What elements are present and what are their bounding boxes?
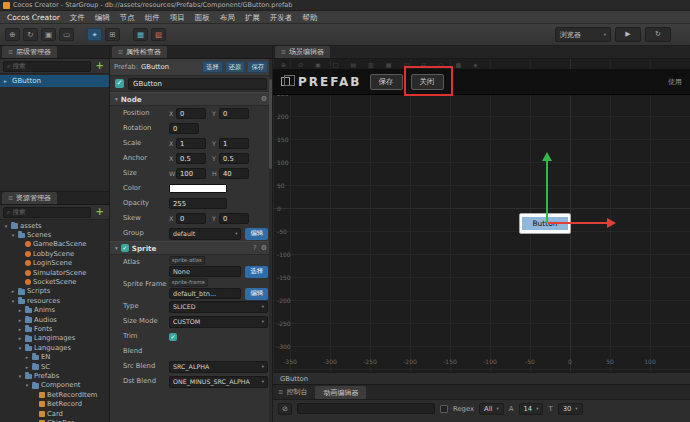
local-global-toggle-icon[interactable]: ⊞ [105,28,120,41]
asset-item[interactable]: ▸Fonts [0,324,109,333]
color-swatch[interactable] [169,184,227,193]
asset-item[interactable]: ▾Languages [0,343,109,352]
hierarchy-searchbox[interactable]: ⌕ [3,61,91,72]
scale-x-input[interactable]: 1 [176,138,206,149]
opacity-input[interactable]: 255 [169,198,227,209]
tab-scene[interactable]: ☰ 场景编辑器 [275,46,330,58]
asset-item[interactable]: SocketScene [0,277,109,286]
skew-y-input[interactable]: 0 [219,213,249,224]
asset-item[interactable]: Card [0,409,109,418]
clear-console-button[interactable]: ⊘ [278,403,292,415]
hierarchy-search-input[interactable] [12,62,86,70]
asset-item[interactable]: ▾Component [0,381,109,390]
asset-item[interactable]: BetRecordItem [0,390,109,399]
asset-item[interactable]: ▾Prefabs [0,371,109,380]
asset-item[interactable]: ▾assets [0,221,109,230]
pivot-toggle-icon[interactable]: ⌖ [87,28,102,41]
asset-item[interactable]: ▸Audios [0,315,109,324]
prefab-close-button[interactable]: 关闭 [411,74,444,90]
asset-item[interactable]: ▸Langimages [0,334,109,343]
help-icon[interactable]: ? [253,244,257,252]
menu-item[interactable]: 文件 [65,11,90,24]
gear-icon[interactable]: ⚙ [261,95,267,103]
edit-group-button[interactable]: 编辑 [245,228,268,240]
tab-console[interactable]: ≡ 控制台 [278,387,307,397]
menu-item[interactable]: 项目 [165,11,190,24]
asset-item[interactable]: SimulatorScene [0,268,109,277]
node-name-input[interactable] [128,78,267,90]
asset-item[interactable]: ChipBar [0,418,109,422]
twisty-icon[interactable]: ▸ [24,354,30,360]
position-x-input[interactable]: 0 [176,108,206,119]
assets-searchbox[interactable]: ⌕ [3,207,91,218]
font-size-select[interactable]: 14 ▾ [519,403,544,415]
preview-target-select[interactable]: 浏览器 ▾ [555,27,611,42]
anchor-x-input[interactable]: 0.5 [176,153,206,164]
hierarchy-node[interactable]: ▸GButton [0,75,109,87]
scene-viewport[interactable]: ⊕⊙▣▢▤▥▦◫⊟○▩◈ 250200150100500-50-100-150-… [273,59,690,372]
tab-inspector[interactable]: ☰ 属性检查器 [112,46,167,58]
select-atlas-button[interactable]: 选择 [245,266,268,278]
apply-prefab-button[interactable]: 保存 [247,61,268,73]
rotation-input[interactable]: 0 [169,123,199,134]
twisty-icon[interactable]: ▸ [10,288,16,294]
assets-search-input[interactable] [12,208,86,216]
rect-tool-icon[interactable]: ▭ [59,28,74,41]
refresh-button[interactable]: ↻ [645,27,671,42]
asset-item[interactable]: ▸Anims [0,306,109,315]
menu-item[interactable]: 编辑 [90,11,115,24]
asset-item[interactable]: GameBacScene [0,240,109,249]
sprite-enabled-checkbox[interactable]: ✓ [121,244,129,252]
dst-blend-select[interactable]: ONE_MINUS_SRC_ALPHA▾ [169,376,268,388]
atlas-field[interactable]: None [169,266,241,277]
size-h-input[interactable]: 40 [219,168,249,179]
play-button[interactable]: ▶ [615,27,641,42]
create-node-button[interactable]: + [94,61,106,71]
rotate-gizmo-icon[interactable]: ⊙ [298,61,303,68]
twisty-icon[interactable]: ▸ [17,335,23,341]
position-y-input[interactable]: 0 [219,108,249,119]
gear-icon[interactable]: ⚙ [261,244,267,252]
edit-sprite-frame-button[interactable]: 编辑 [245,288,268,300]
menu-item[interactable]: 节点 [115,11,140,24]
asset-item[interactable]: ▾resources [0,296,109,305]
menu-item[interactable]: 开发者 [265,11,298,24]
scale-tool-icon[interactable]: ▣ [41,28,56,41]
sprite-frame-field[interactable]: default_btn... [169,288,241,299]
tab-animation-editor[interactable]: 动画编辑器 [315,386,366,399]
menu-item[interactable]: Cocos Creator [2,11,65,24]
tab-assets[interactable]: ☰ 资源管理器 [2,192,57,204]
regex-checkbox[interactable] [440,405,448,413]
console-filter-input[interactable] [297,403,435,414]
src-blend-select[interactable]: SRC_ALPHA▾ [169,361,268,373]
asset-item[interactable]: ▸Scripts [0,287,109,296]
menu-item[interactable]: 帮助 [297,11,322,24]
type-select[interactable]: SLICED▾ [169,301,268,313]
select-prefab-button[interactable]: 选择 [202,61,223,73]
size-w-input[interactable]: 100 [176,168,206,179]
size-mode-select[interactable]: CUSTOM▾ [169,316,268,328]
twisty-icon[interactable]: ▸ [24,364,30,370]
asset-item[interactable]: BetRecord [0,399,109,408]
twisty-icon[interactable]: ▾ [24,382,30,388]
group-select[interactable]: default▾ [169,228,241,240]
distribute-v-icon[interactable]: ⊟ [421,61,426,68]
twisty-icon[interactable]: ▾ [10,232,16,238]
grid-toggle-icon[interactable]: ▩ [455,61,461,68]
skew-x-input[interactable]: 0 [176,213,206,224]
debug-toggle-icon[interactable]: ▧ [151,28,166,41]
menu-item[interactable]: 布局 [215,11,240,24]
revert-prefab-button[interactable]: 还原 [225,61,246,73]
scale-y-input[interactable]: 1 [219,138,249,149]
anchor-y-input[interactable]: 0.5 [219,153,249,164]
twisty-icon[interactable]: ▾ [17,373,23,379]
gizmo-y-axis[interactable] [546,160,548,223]
twisty-icon[interactable]: ▾ [10,298,16,304]
scale-gizmo-icon[interactable]: ▣ [315,61,321,68]
asset-item[interactable]: ▸SC [0,362,109,371]
align-right-icon[interactable]: ▦ [386,61,392,68]
scrollbar-thumb[interactable] [269,79,272,169]
rect-gizmo-icon[interactable]: ▢ [333,61,339,68]
align-left-icon[interactable]: ▤ [350,61,356,68]
trim-checkbox[interactable]: ✓ [169,333,177,341]
